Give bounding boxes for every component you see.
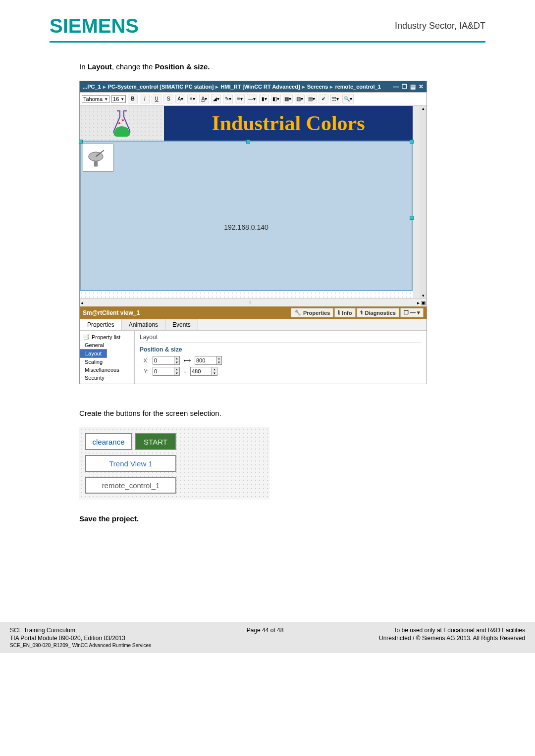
v-scrollbar[interactable]: ▴▾ [420, 106, 427, 298]
flask-icon [107, 108, 137, 138]
crumb[interactable]: Screens [307, 84, 328, 90]
check-button[interactable]: ✔ [319, 95, 328, 103]
selected-object-name: Sm@rtClient view_1 [83, 309, 140, 316]
trendview-button[interactable]: Trend View 1 [85, 455, 176, 472]
crumb[interactable]: HMI_RT [WinCC RT Advanced] [220, 84, 300, 90]
style1-button[interactable]: ▮▾ [259, 95, 269, 103]
y-field[interactable] [153, 367, 174, 375]
fontsize-select[interactable]: 16▼ [111, 95, 126, 103]
h-field[interactable] [191, 367, 212, 375]
smartclient-view[interactable]: 192.168.0.140 [80, 141, 413, 291]
crumb[interactable]: PC-System_control [SIMATIC PC station] [108, 84, 214, 90]
dish-icon [83, 144, 113, 172]
style3-button[interactable]: ▦▾ [283, 95, 293, 103]
tab-label: Properties [303, 310, 330, 316]
remotecontrol-button[interactable]: remote_control_1 [85, 477, 176, 494]
siemens-logo: SIEMENS [50, 15, 139, 37]
header-sector: Industry Sector, IA&DT [395, 21, 485, 31]
x-label: X: [140, 357, 149, 363]
style2-button[interactable]: ◧▾ [271, 95, 281, 103]
tab-properties[interactable]: 🔧Properties [291, 308, 333, 317]
tab-diagnostics[interactable]: ⚕Diagnostics [357, 308, 399, 317]
property-panel: Layout Position & size X: ▲▼ ⟷ ▲▼ Y: ▲▼ … [135, 331, 427, 384]
properties-icon: 🔧 [294, 309, 301, 316]
layer-button[interactable]: ☷▾ [330, 95, 340, 103]
align-button[interactable]: ≡▾ [187, 95, 197, 103]
clearance-button[interactable]: clearance [85, 433, 132, 450]
tab-animations[interactable]: Animations [121, 319, 165, 330]
fontcolor-button[interactable]: A▾ [199, 95, 209, 103]
tab-events[interactable]: Events [165, 319, 198, 330]
crumb[interactable]: ...PC_1 [83, 84, 101, 90]
fontsize-value: 16 [113, 96, 119, 102]
footer-line: SCE Training Curriculum [10, 627, 151, 634]
nav-general[interactable]: General [80, 341, 134, 349]
style4-button[interactable]: ▥▾ [295, 95, 305, 103]
nav-scaling[interactable]: Scaling [80, 358, 134, 366]
text-bold: Save the project. [79, 514, 139, 523]
spin-down-icon[interactable]: ▼ [216, 360, 221, 364]
spin-up-icon[interactable]: ▲ [174, 367, 179, 371]
x-input[interactable]: ▲▼ [153, 356, 180, 365]
restore-icon[interactable]: ▤ [410, 83, 416, 90]
maximize-icon[interactable]: ❐ [402, 83, 407, 90]
italic-button[interactable]: I [140, 95, 150, 103]
w-input[interactable]: ▲▼ [195, 356, 222, 365]
spin-up-icon[interactable]: ▲ [216, 356, 221, 360]
scroll-right-icon[interactable]: ▸ ▣ [417, 300, 426, 305]
chevron-right-icon: ▸ [103, 84, 106, 90]
scroll-up-icon[interactable]: ▴ [422, 106, 425, 111]
zoom-button[interactable]: 🔍▾ [342, 95, 354, 103]
font-select[interactable]: Tahoma▼ [82, 95, 109, 103]
nav-security[interactable]: Security [80, 374, 134, 382]
property-body: 📑Property list General Layout Scaling Mi… [80, 331, 427, 384]
scroll-down-icon[interactable]: ▾ [422, 293, 425, 298]
spin-up-icon[interactable]: ▲ [174, 356, 179, 360]
svg-rect-4 [94, 161, 98, 166]
start-button[interactable]: START [135, 433, 176, 450]
y-label: Y: [140, 368, 149, 374]
chevron-down-icon: ▼ [104, 97, 108, 101]
bold-button[interactable]: B [128, 95, 138, 103]
strike-button[interactable]: S [163, 95, 173, 103]
instruction-1: In Layout, change the Position & size. [79, 62, 485, 71]
underline-button[interactable]: U [152, 95, 161, 103]
spin-down-icon[interactable]: ▼ [212, 371, 217, 375]
width-icon: ⟷ [184, 358, 191, 363]
x-field[interactable] [153, 356, 174, 364]
crumb[interactable]: remote_control_1 [335, 84, 380, 90]
close-icon[interactable]: ✕ [419, 83, 424, 90]
y-input[interactable]: ▲▼ [153, 367, 180, 376]
inspector-window-controls[interactable]: ❐ — ▾ [400, 308, 424, 317]
nav-layout[interactable]: Layout [80, 349, 107, 358]
resize-handle[interactable] [246, 140, 250, 144]
tab-info[interactable]: ℹInfo [334, 308, 355, 317]
case-button[interactable]: A▾ [175, 95, 185, 103]
style5-button[interactable]: ▤▾ [307, 95, 317, 103]
w-field[interactable] [195, 356, 216, 364]
resize-handle[interactable] [410, 140, 414, 144]
subsection-title: Position & size [140, 346, 422, 353]
scroll-thumb[interactable]: ⦀ [83, 300, 417, 305]
h-input[interactable]: ▲▼ [190, 367, 217, 376]
fillcolor-button[interactable]: ◢▾ [211, 95, 221, 103]
spin-up-icon[interactable]: ▲ [212, 367, 217, 371]
minimize-icon[interactable]: — [393, 83, 399, 90]
font-value: Tahoma [83, 96, 103, 102]
tab-properties-sub[interactable]: Properties [80, 319, 122, 330]
h-scrollbar[interactable]: ◂ ⦀ ▸ ▣ [80, 298, 427, 306]
linecolor-button[interactable]: ✎▾ [223, 95, 233, 103]
list-button[interactable]: ≡▾ [235, 95, 245, 103]
resize-handle[interactable] [410, 216, 414, 220]
resize-handle[interactable] [79, 140, 83, 144]
tab-label: Info [342, 310, 352, 316]
nav-misc[interactable]: Miscellaneous [80, 366, 134, 374]
spacing-button[interactable]: —▾ [247, 95, 257, 103]
screen-canvas[interactable]: Industrial Colors 192.168.0.140 [80, 106, 420, 298]
spin-down-icon[interactable]: ▼ [174, 371, 179, 375]
spin-down-icon[interactable]: ▼ [174, 360, 179, 364]
diagnostics-icon: ⚕ [360, 309, 363, 316]
nav-header: Property list [92, 334, 120, 340]
logo-area [80, 106, 164, 141]
svg-point-0 [118, 122, 120, 124]
